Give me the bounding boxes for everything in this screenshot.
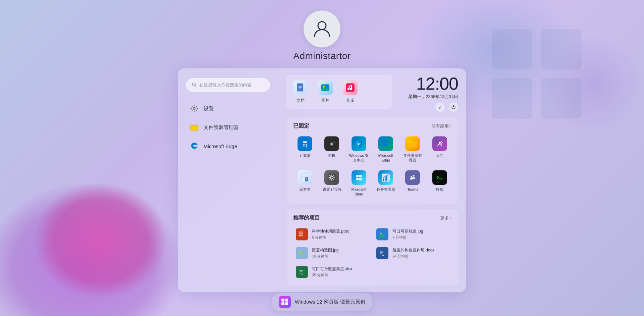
app-getstarted[interactable]: 入门	[428, 134, 451, 165]
quick-folders: 文档 图片	[286, 75, 392, 109]
svg-rect-0	[492, 29, 532, 69]
explorer-icon	[405, 136, 420, 151]
sidebar-edge-label: Microsoft Edge	[204, 143, 237, 149]
all-apps-button[interactable]: 所有应用 ›	[431, 123, 451, 129]
pics-label: 图片	[321, 98, 329, 103]
xlsx-icon: X	[296, 266, 308, 278]
fullscreen-button[interactable]: ↙	[435, 102, 445, 112]
sidebar-item-edge[interactable]: Microsoft Edge	[186, 137, 270, 155]
svg-text:X: X	[302, 273, 303, 275]
notepad-label: 记事本	[300, 187, 311, 192]
app-camera[interactable]: 相机	[320, 134, 343, 165]
app-taskmgr[interactable]: 任务管理器	[374, 168, 397, 199]
jpg1-icon	[376, 228, 388, 241]
svg-point-69	[300, 252, 301, 253]
apps-grid: 计算器	[293, 134, 451, 198]
docs-label: 文档	[297, 98, 305, 103]
getstarted-icon	[432, 136, 447, 151]
windows-logo-watermark	[490, 27, 584, 121]
avatar[interactable]	[304, 10, 340, 47]
app-security[interactable]: Windows 安全中心	[347, 134, 371, 165]
sidebar-item-explorer[interactable]: 文件资源管理器	[186, 118, 270, 136]
docx-info: 瓶盖的构造及作用.docx 24 分钟前	[392, 248, 434, 259]
svg-rect-3	[541, 78, 582, 119]
app-calc[interactable]: 计算器	[293, 134, 317, 165]
getstarted-label: 入门	[436, 153, 443, 158]
folder-icon	[190, 122, 199, 132]
top-row: 文档 图片	[286, 75, 458, 112]
xlsx-filename: 可口可乐瓶盖厚度.xlsx	[312, 266, 352, 272]
folder-music[interactable]: 音乐	[343, 80, 358, 103]
folder-pics[interactable]: 图片	[318, 80, 333, 103]
svg-point-37	[439, 142, 441, 144]
music-icon	[343, 80, 358, 95]
calc-label: 计算器	[300, 153, 311, 158]
svg-point-7	[193, 107, 195, 109]
power-button[interactable]	[449, 102, 458, 112]
rec-item-jpg1[interactable]: 可口可乐瓶盖.jpg 7 分钟前	[374, 226, 451, 243]
pinned-title: 已固定	[293, 122, 309, 129]
sidebar-settings-label: 设置	[204, 105, 214, 112]
app-edge[interactable]: Microsoft Edge	[374, 134, 397, 165]
sidebar-item-settings[interactable]: 设置	[186, 100, 270, 117]
svg-rect-27	[303, 145, 304, 146]
svg-rect-52	[359, 178, 362, 180]
pics-icon	[318, 80, 333, 95]
svg-rect-86	[285, 302, 288, 305]
camera-icon	[324, 136, 339, 151]
svg-rect-48	[355, 173, 363, 181]
svg-rect-34	[330, 141, 332, 142]
taskbar[interactable]: Windows 12 网页版 谭景元原创	[272, 293, 372, 311]
app-teams[interactable]: Teams	[401, 168, 424, 199]
docx-icon: W	[376, 247, 388, 259]
svg-rect-49	[356, 175, 359, 177]
teams-label: Teams	[407, 187, 418, 192]
jpg2-time: 16 分钟前	[312, 254, 338, 259]
jpg1-filename: 可口可乐瓶盖.jpg	[392, 229, 423, 234]
svg-rect-50	[359, 175, 362, 177]
svg-rect-25	[305, 144, 306, 145]
recommended-grid: PPT 科学地使用瓶盖.pptx 5 分钟前	[293, 226, 451, 280]
app-store[interactable]: Microsoft Store	[347, 168, 371, 199]
pptx-icon: PPT	[296, 228, 308, 241]
settings-app-icon	[324, 170, 339, 185]
main-panel: 在这里输入你要搜索的内容 设置	[178, 68, 466, 292]
app-terminal[interactable]: 终端	[428, 168, 451, 199]
taskmgr-icon	[378, 170, 393, 185]
edge-app-label: Microsoft Edge	[375, 153, 396, 163]
clock-date: 星期一，2368年13月34日	[398, 94, 458, 100]
jpg2-icon	[296, 247, 308, 259]
svg-point-59	[411, 176, 412, 177]
rec-item-xlsx[interactable]: X 可口可乐瓶盖厚度.xlsx 35 分钟前	[293, 264, 371, 280]
svg-rect-2	[492, 78, 532, 119]
docx-time: 24 分钟前	[392, 254, 434, 259]
app-explorer[interactable]: 文件资源管理器	[401, 134, 424, 165]
more-button[interactable]: 更多 ›	[440, 215, 451, 221]
rec-item-pptx[interactable]: PPT 科学地使用瓶盖.pptx 5 分钟前	[293, 226, 371, 243]
svg-rect-19	[346, 83, 355, 92]
folder-docs[interactable]: 文档	[293, 80, 308, 103]
rec-item-docx[interactable]: W 瓶盖的构造及作用.docx 24 分钟前	[374, 245, 451, 261]
edge-icon	[190, 141, 199, 151]
svg-rect-43	[305, 177, 308, 181]
taskmgr-label: 任务管理器	[377, 187, 395, 192]
svg-text:PPT: PPT	[299, 232, 303, 234]
svg-rect-60	[436, 173, 444, 181]
bg-decoration-4	[543, 34, 644, 134]
search-icon	[192, 82, 197, 88]
bg-decoration-2	[34, 182, 168, 299]
search-box[interactable]: 在这里输入你要搜索的内容	[186, 78, 270, 92]
notepad-icon	[298, 170, 312, 185]
svg-point-21	[350, 88, 352, 90]
bg-decoration-1	[0, 182, 184, 316]
start-menu: Administartor 在这里输入你要搜索的内容	[178, 10, 466, 292]
svg-text:W: W	[382, 255, 384, 257]
rec-item-jpg2[interactable]: 瓶盖构造图.jpg 16 分钟前	[293, 245, 371, 261]
app-notepad[interactable]: 记事本	[293, 168, 317, 199]
pptx-filename: 科学地使用瓶盖.pptx	[312, 229, 349, 234]
app-settings[interactable]: 设置 (可用)	[320, 168, 343, 199]
taskbar-logo[interactable]	[279, 296, 291, 308]
sidebar-explorer-label: 文件资源管理器	[204, 124, 239, 130]
svg-rect-23	[303, 141, 307, 143]
svg-rect-26	[306, 144, 307, 145]
